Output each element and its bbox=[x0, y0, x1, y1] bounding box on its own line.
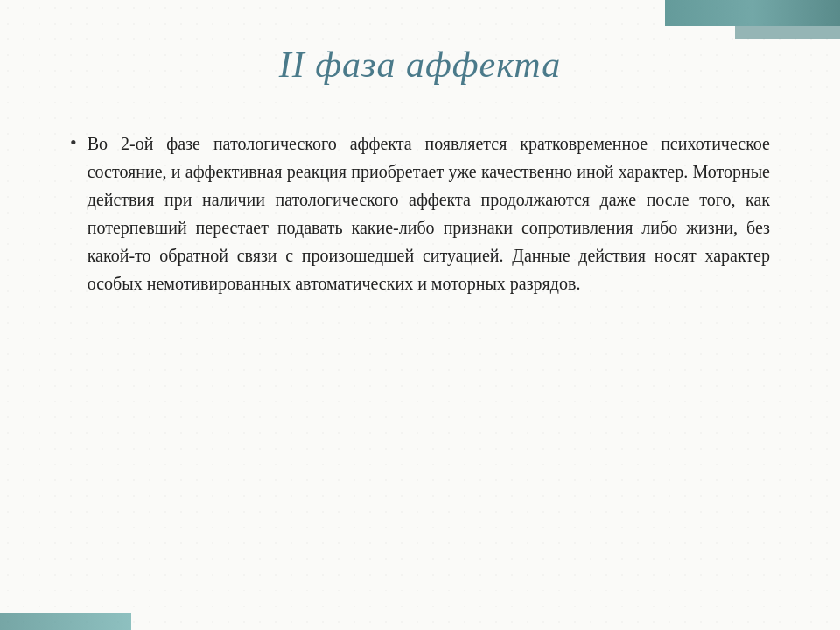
body-text: Во 2-ой фазе патологического аффекта поя… bbox=[88, 130, 770, 298]
slide-container: II фаза аффекта • Во 2-ой фазе патологич… bbox=[0, 0, 840, 630]
slide-title: II фаза аффекта bbox=[279, 44, 561, 86]
corner-decoration-top-right bbox=[665, 0, 840, 26]
slide-content: • Во 2-ой фазе патологического аффекта п… bbox=[70, 130, 770, 298]
bullet-item: • Во 2-ой фазе патологического аффекта п… bbox=[70, 130, 770, 298]
corner-decoration-bottom-left bbox=[0, 612, 131, 630]
corner-decoration-top-right-2 bbox=[735, 26, 840, 39]
bullet-symbol: • bbox=[70, 133, 77, 152]
